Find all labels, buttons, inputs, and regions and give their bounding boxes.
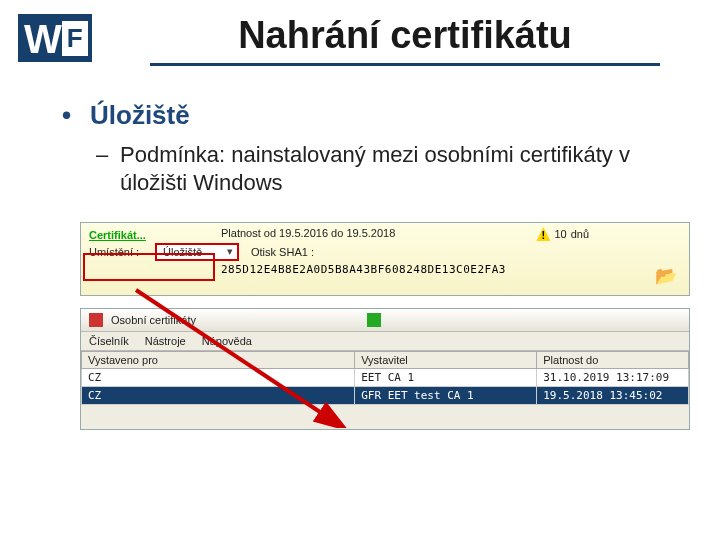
certificate-link[interactable]: Certifikát...: [89, 229, 146, 241]
callout-arrow: [126, 288, 366, 428]
svg-line-0: [136, 290, 326, 416]
sha1-label: Otisk SHA1 :: [251, 246, 314, 258]
days-count: 10: [554, 228, 566, 240]
bullet-storage: Úložiště: [90, 100, 660, 131]
validity-text: Platnost od 19.5.2016 do 19.5.2018: [221, 227, 395, 239]
slide-title: Nahrání certifikátu: [150, 14, 660, 66]
col-expires[interactable]: Platnost do: [537, 352, 689, 369]
days-unit: dnů: [571, 228, 589, 240]
toolbar-icon: [367, 313, 381, 327]
sha1-value: 285D12E4B8E2A0D5B8A43BF608248DE13C0E2FA3: [221, 263, 506, 276]
open-folder-icon[interactable]: 📂: [655, 265, 677, 287]
col-issuer[interactable]: Vystavitel: [355, 352, 537, 369]
app-icon: [89, 313, 103, 327]
cert-settings-panel: Certifikát... Platnost od 19.5.2016 do 1…: [80, 222, 690, 296]
warning-icon: !: [536, 227, 550, 241]
location-dropdown[interactable]: Úložiště: [155, 243, 239, 261]
brand-logo: WF: [18, 14, 92, 62]
days-warning: ! 10 dnů: [536, 227, 589, 241]
bullet-list: Úložiště Podmínka: nainstalovaný mezi os…: [90, 100, 660, 196]
location-label: Umístění :: [89, 246, 149, 258]
menu-ciselnik[interactable]: Číselník: [89, 335, 129, 347]
bullet-condition: Podmínka: nainstalovaný mezi osobními ce…: [120, 141, 660, 196]
